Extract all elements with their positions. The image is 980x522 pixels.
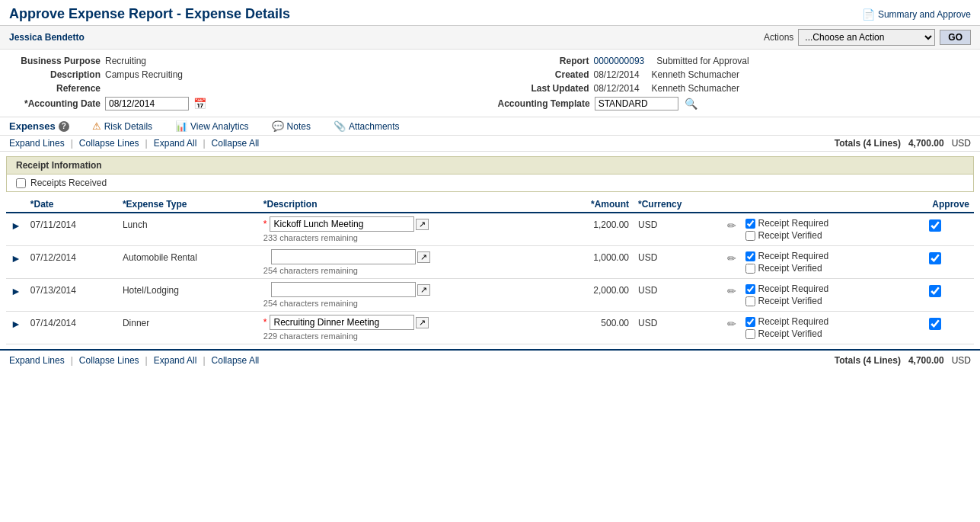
description-cell: ↗ 254 characters remaining <box>259 246 554 279</box>
form-section: Business Purpose Recruiting Description … <box>0 50 980 117</box>
receipt-required-checkbox[interactable] <box>745 219 755 229</box>
receipt-checks-cell: Receipt Required Receipt Verified <box>741 279 896 312</box>
edit-icon[interactable]: ✏ <box>727 219 736 232</box>
receipts-received-checkbox[interactable] <box>16 178 26 188</box>
edit-icon[interactable]: ✏ <box>727 318 736 330</box>
amount-cell: 1,200.00 <box>554 213 634 246</box>
receipt-verified-checkbox[interactable] <box>745 329 755 339</box>
receipt-verified-label: Receipt Verified <box>758 230 822 241</box>
accounting-date-input[interactable] <box>105 97 189 110</box>
expand-arrow-cell[interactable]: ► <box>6 279 26 312</box>
expenses-section-label: Expenses ? <box>9 120 69 132</box>
approve-cell[interactable] <box>896 279 974 312</box>
edit-icon-cell[interactable]: ✏ <box>723 246 741 279</box>
expand-arrow-cell[interactable]: ► <box>6 246 26 279</box>
totals-label-top: Totals (4 Lines) <box>835 138 901 149</box>
expenses-help-icon[interactable]: ? <box>59 121 69 132</box>
receipt-received-row: Receipts Received <box>6 175 974 192</box>
approve-cell[interactable] <box>896 213 974 246</box>
receipt-checks-cell: Receipt Required Receipt Verified <box>741 312 896 344</box>
expense-table: *Date *Expense Type *Description *Amount… <box>6 197 974 344</box>
collapse-all-link-top[interactable]: Collapse All <box>212 138 260 149</box>
description-cell: * ↗ 233 characters remaining <box>259 213 554 246</box>
page-header: Approve Expense Report - Expense Details… <box>0 0 980 26</box>
business-purpose-row: Business Purpose Recruiting <box>9 56 483 66</box>
calendar-icon[interactable]: 📅 <box>193 98 206 110</box>
actions-label: Actions <box>764 32 793 43</box>
accounting-template-input[interactable] <box>595 97 678 110</box>
description-expand-button[interactable]: ↗ <box>417 284 430 296</box>
expense-tbody: ► 07/11/2014 Lunch * ↗ 233 characters re… <box>6 213 974 344</box>
edit-icon[interactable]: ✏ <box>727 252 736 264</box>
lines-left-bottom: Expand Lines | Collapse Lines | Expand A… <box>9 355 259 366</box>
description-expand-button[interactable]: ↗ <box>416 317 429 328</box>
edit-icon[interactable]: ✏ <box>727 285 736 297</box>
view-analytics-link[interactable]: 📊 View Analytics <box>175 120 248 132</box>
expand-arrow[interactable]: ► <box>11 252 21 264</box>
totals-right-top: Totals (4 Lines) 4,700.00 USD <box>835 138 971 149</box>
go-button[interactable]: GO <box>940 30 971 45</box>
th-expand <box>6 197 26 213</box>
approve-checkbox[interactable] <box>929 252 941 264</box>
th-currency: *Currency <box>634 197 723 213</box>
description-expand-button[interactable]: ↗ <box>416 219 429 230</box>
description-expand-button[interactable]: ↗ <box>417 251 430 263</box>
collapse-lines-link-top[interactable]: Collapse Lines <box>79 138 139 149</box>
approve-checkbox[interactable] <box>929 285 941 297</box>
created-row: Created 08/12/2014 Kenneth Schumacher <box>498 69 972 80</box>
collapse-lines-link-bottom[interactable]: Collapse Lines <box>79 355 139 366</box>
description-input[interactable] <box>271 249 416 264</box>
form-left: Business Purpose Recruiting Description … <box>9 56 483 110</box>
reference-row: Reference <box>9 83 483 94</box>
accounting-template-label: Accounting Template <box>498 98 590 109</box>
table-row: ► 07/11/2014 Lunch * ↗ 233 characters re… <box>6 213 974 246</box>
totals-amount-top: 4,700.00 <box>908 138 944 149</box>
last-updated-by: Kenneth Schumacher <box>652 83 739 94</box>
th-description: *Description <box>259 197 554 213</box>
approve-checkbox[interactable] <box>929 219 941 232</box>
expand-arrow[interactable]: ► <box>11 285 21 297</box>
collapse-all-link-bottom[interactable]: Collapse All <box>212 355 260 366</box>
expand-arrow[interactable]: ► <box>11 318 21 330</box>
risk-details-link[interactable]: ⚠ Risk Details <box>92 120 152 132</box>
receipt-required-checkbox[interactable] <box>745 317 755 327</box>
description-input[interactable] <box>271 282 416 297</box>
expand-arrow[interactable]: ► <box>11 219 21 232</box>
expand-lines-link-top[interactable]: Expand Lines <box>9 138 65 149</box>
summary-and-approve-link[interactable]: 📄 Summary and Approve <box>862 8 971 21</box>
table-row: ► 07/12/2014 Automobile Rental ↗ 254 cha… <box>6 246 974 279</box>
attachments-link[interactable]: 📎 Attachments <box>334 120 400 132</box>
receipt-verified-checkbox[interactable] <box>745 231 755 241</box>
table-row: ► 07/14/2014 Dinner * ↗ 229 characters r… <box>6 312 974 344</box>
edit-icon-cell[interactable]: ✏ <box>723 279 741 312</box>
currency-cell: USD <box>634 279 723 312</box>
actions-select[interactable]: ...Choose an Action <box>798 29 935 46</box>
search-icon[interactable]: 🔍 <box>685 98 697 110</box>
totals-amount-bottom: 4,700.00 <box>908 355 944 366</box>
notes-link[interactable]: 💬 Notes <box>272 120 311 132</box>
receipt-required-checkbox[interactable] <box>745 284 755 294</box>
expand-arrow-cell[interactable]: ► <box>6 312 26 344</box>
form-right: Report 0000000093 Submitted for Approval… <box>498 56 972 110</box>
totals-currency-bottom: USD <box>952 355 971 366</box>
description-input[interactable] <box>270 315 414 330</box>
expand-all-link-bottom[interactable]: Expand All <box>154 355 197 366</box>
currency-cell: USD <box>634 312 723 344</box>
receipt-required-label: Receipt Required <box>758 251 829 261</box>
doc-icon: 📄 <box>862 8 875 21</box>
receipt-verified-checkbox[interactable] <box>745 296 755 306</box>
receipt-required-checkbox[interactable] <box>745 251 755 261</box>
expand-all-link-top[interactable]: Expand All <box>154 138 197 149</box>
receipt-required-label: Receipt Required <box>758 218 829 229</box>
expand-lines-link-bottom[interactable]: Expand Lines <box>9 355 65 366</box>
description-input[interactable] <box>270 216 414 232</box>
edit-icon-cell[interactable]: ✏ <box>723 312 741 344</box>
th-date: *Date <box>26 197 118 213</box>
edit-icon-cell[interactable]: ✏ <box>723 213 741 246</box>
receipt-verified-checkbox[interactable] <box>745 264 755 274</box>
approve-cell[interactable] <box>896 246 974 279</box>
chars-remaining: 254 characters remaining <box>263 266 550 275</box>
approve-cell[interactable] <box>896 312 974 344</box>
expand-arrow-cell[interactable]: ► <box>6 213 26 246</box>
approve-checkbox[interactable] <box>929 318 941 330</box>
